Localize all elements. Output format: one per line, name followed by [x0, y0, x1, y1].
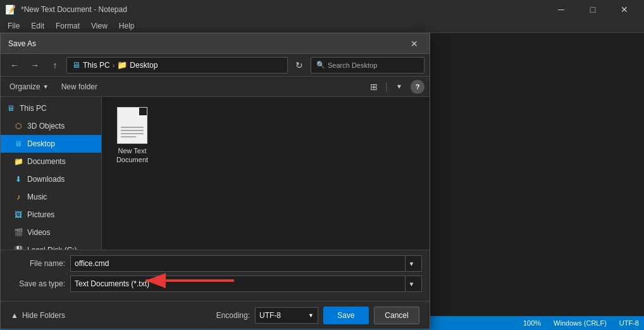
- encoding-status: UTF-8: [619, 319, 639, 327]
- sidebar-item-pictures[interactable]: 🖼 Pictures: [1, 206, 101, 224]
- filename-label: File name:: [8, 259, 65, 268]
- hide-folders-label: Hide Folders: [22, 311, 65, 320]
- menu-edit[interactable]: Edit: [26, 20, 49, 32]
- menu-help[interactable]: Help: [114, 20, 140, 32]
- filename-value: office.cmd: [75, 259, 405, 268]
- sidebar-item-local-disk[interactable]: 💾 Local Disk (C:): [1, 241, 101, 250]
- local-disk-icon: 💾: [13, 245, 23, 250]
- dialog-files-area[interactable]: New Text Document: [102, 97, 430, 250]
- line-ending: Windows (CRLF): [554, 319, 607, 327]
- dialog-sidebar: 🖥 This PC ⬡ 3D Objects 🖥 Desktop 📁 Docum…: [1, 97, 102, 250]
- dialog-titlebar: Save As ✕: [1, 34, 430, 54]
- path-sep-1: ›: [113, 61, 115, 69]
- downloads-icon: ⬇: [13, 174, 23, 184]
- encoding-select[interactable]: UTF-8 ▼: [255, 307, 318, 324]
- sidebar-label-documents: Documents: [27, 157, 66, 166]
- dialog-main: 🖥 This PC ⬡ 3D Objects 🖥 Desktop 📁 Docum…: [1, 97, 430, 250]
- nav-back-button[interactable]: ←: [6, 56, 23, 74]
- search-box[interactable]: 🔍 Search Desktop: [311, 57, 424, 73]
- dialog-title: Save As: [8, 39, 36, 48]
- this-pc-icon: 🖥: [6, 103, 16, 113]
- refresh-button[interactable]: ↻: [290, 56, 308, 74]
- notepad-titlebar: 📝 *New Text Document - Notepad ─ □ ✕: [0, 0, 644, 19]
- toolbar-sep: |: [385, 81, 388, 92]
- dialog-navbar: ← → ↑ 🖥 This PC › 📁 Desktop ↻ 🔍 Search D…: [1, 54, 430, 77]
- organize-button[interactable]: Organize ▼: [6, 81, 53, 92]
- view-button[interactable]: ⊞: [365, 79, 383, 95]
- minimize-button[interactable]: ─: [547, 0, 576, 19]
- new-folder-button[interactable]: New folder: [58, 81, 101, 92]
- path-desktop: Desktop: [130, 61, 158, 70]
- sidebar-label-desktop: Desktop: [27, 139, 55, 148]
- file-lines: [121, 127, 144, 139]
- view-dropdown-button[interactable]: ▼: [390, 79, 408, 95]
- file-item-new-text-document[interactable]: New Text Document: [107, 102, 158, 169]
- cancel-button[interactable]: Cancel: [374, 307, 419, 324]
- path-this-pc: This PC: [83, 61, 110, 70]
- file-icon-txt: [117, 107, 147, 144]
- savetype-label: Save as type:: [8, 279, 65, 288]
- file-name: New Text Document: [109, 146, 155, 164]
- filename-dropdown-arrow[interactable]: ▼: [405, 256, 418, 271]
- savetype-dropdown-arrow[interactable]: ▼: [405, 276, 418, 291]
- search-placeholder: Search Desktop: [328, 61, 377, 69]
- notepad-window-controls: ─ □ ✕: [547, 0, 639, 19]
- sidebar-item-desktop[interactable]: 🖥 Desktop: [1, 135, 101, 153]
- sidebar-label-this-pc: This PC: [20, 104, 47, 113]
- music-icon: ♪: [13, 192, 23, 202]
- search-icon: 🔍: [316, 61, 325, 69]
- sidebar-label-3d-objects: 3D Objects: [27, 122, 65, 130]
- filename-row: File name: office.cmd ▼: [8, 255, 422, 272]
- hide-folders-button[interactable]: ▲ Hide Folders: [11, 311, 65, 320]
- dialog-footer: ▲ Hide Folders Encoding: UTF-8 ▼ Save Ca…: [1, 301, 430, 329]
- menu-file[interactable]: File: [3, 20, 25, 32]
- savetype-input[interactable]: Text Documents (*.txt) ▼: [70, 276, 422, 292]
- documents-icon: 📁: [13, 156, 23, 167]
- organize-chevron-icon: ▼: [43, 84, 49, 90]
- menu-view[interactable]: View: [86, 20, 113, 32]
- close-button[interactable]: ✕: [610, 0, 639, 19]
- pc-icon: 🖥: [72, 60, 80, 70]
- videos-icon: 🎬: [13, 227, 23, 238]
- notepad-menubar: File Edit Format View Help: [0, 19, 644, 33]
- nav-path[interactable]: 🖥 This PC › 📁 Desktop: [66, 57, 288, 73]
- dialog-close-button[interactable]: ✕: [407, 36, 422, 51]
- file-line-3: [121, 133, 144, 134]
- red-arrow-annotation: [139, 271, 240, 292]
- file-line-4: [121, 136, 136, 137]
- zoom-level: 100%: [523, 319, 541, 327]
- file-line-2: [121, 130, 144, 131]
- encoding-section: Encoding: UTF-8 ▼ Save Cancel: [216, 307, 419, 324]
- sidebar-label-videos: Videos: [27, 228, 50, 237]
- help-button[interactable]: ?: [411, 80, 424, 94]
- notepad-title: *New Text Document - Notepad: [21, 5, 127, 14]
- file-line-1: [121, 127, 144, 128]
- nav-forward-button[interactable]: →: [26, 56, 44, 74]
- encoding-dropdown-icon: ▼: [308, 312, 314, 319]
- sidebar-item-3d-objects[interactable]: ⬡ 3D Objects: [1, 117, 101, 135]
- dialog-toolbar: Organize ▼ New folder ⊞ | ▼ ?: [1, 77, 430, 97]
- chevron-up-icon: ▲: [11, 311, 18, 320]
- toolbar-left: Organize ▼ New folder: [6, 81, 101, 92]
- encoding-label: Encoding:: [216, 311, 250, 320]
- sidebar-item-downloads[interactable]: ⬇ Downloads: [1, 170, 101, 188]
- filename-input[interactable]: office.cmd ▼: [70, 255, 422, 272]
- sidebar-label-downloads: Downloads: [27, 175, 65, 184]
- organize-label: Organize: [9, 82, 40, 91]
- menu-format[interactable]: Format: [51, 20, 85, 32]
- encoding-value: UTF-8: [259, 311, 281, 320]
- nav-up-button[interactable]: ↑: [46, 56, 64, 74]
- sidebar-label-pictures: Pictures: [27, 210, 54, 219]
- maximize-button[interactable]: □: [578, 0, 607, 19]
- sidebar-item-documents[interactable]: 📁 Documents: [1, 153, 101, 170]
- toolbar-right: ⊞ | ▼ ?: [365, 79, 424, 95]
- desktop-folder-icon: 📁: [117, 60, 127, 70]
- file-fold: [139, 108, 147, 115]
- sidebar-item-videos[interactable]: 🎬 Videos: [1, 224, 101, 241]
- sidebar-item-music[interactable]: ♪ Music: [1, 188, 101, 206]
- pictures-icon: 🖼: [13, 210, 23, 220]
- sidebar-item-this-pc[interactable]: 🖥 This PC: [1, 99, 101, 117]
- 3d-objects-icon: ⬡: [13, 121, 23, 131]
- desktop-icon: 🖥: [13, 139, 23, 149]
- save-button[interactable]: Save: [323, 307, 369, 324]
